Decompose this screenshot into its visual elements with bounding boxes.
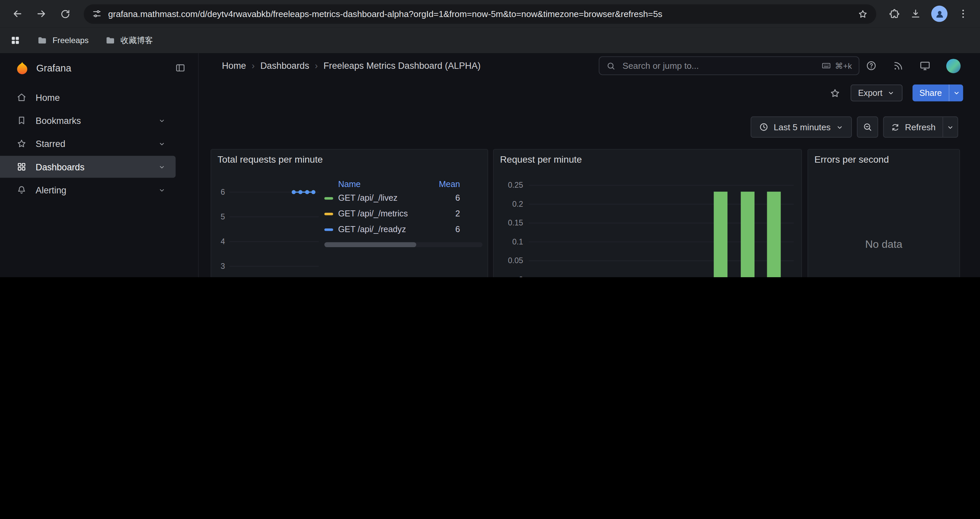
time-range-picker[interactable]: Last 5 minutes bbox=[751, 117, 852, 138]
sidebar-item-bookmarks[interactable]: Bookmarks bbox=[0, 110, 176, 132]
help-icon[interactable] bbox=[865, 60, 877, 72]
dashboard-toolbar: Export Share bbox=[829, 85, 963, 102]
bookmark-folder-freeleaps[interactable]: Freeleaps bbox=[37, 35, 89, 46]
legend-col-name[interactable]: Name bbox=[324, 179, 415, 189]
scrollbar-thumb[interactable] bbox=[324, 242, 416, 247]
reload-icon[interactable] bbox=[55, 4, 75, 24]
back-icon[interactable] bbox=[7, 4, 27, 24]
chevron-down-icon[interactable] bbox=[158, 116, 166, 125]
svg-text:0.2: 0.2 bbox=[512, 200, 523, 208]
legend-row[interactable]: GET /api/_/readyz6 bbox=[324, 222, 460, 237]
refresh-main[interactable]: Refresh bbox=[884, 117, 942, 137]
clock-icon bbox=[759, 122, 769, 132]
app-header: Home›Dashboards›Freeleaps Metrics Dashbo… bbox=[199, 53, 980, 78]
monitor-icon[interactable] bbox=[919, 60, 931, 72]
share-label[interactable]: Share bbox=[913, 85, 949, 102]
legend-scrollbar[interactable] bbox=[324, 242, 482, 247]
svg-text:4: 4 bbox=[221, 237, 225, 246]
bell-icon bbox=[16, 185, 27, 195]
series-name: GET /api/_/readyz bbox=[338, 225, 406, 234]
breadcrumb-item[interactable]: Freeleaps Metrics Dashboard (ALPHA) bbox=[323, 61, 480, 71]
series-value: 6 bbox=[420, 193, 460, 203]
requests-per-minute-chart[interactable]: 0.250.20.150.10.05017:37:0017:38:0017:39… bbox=[494, 150, 803, 277]
share-menu-chevron-icon[interactable] bbox=[949, 85, 963, 102]
svg-text:0.05: 0.05 bbox=[508, 256, 523, 265]
sidebar-item-starred[interactable]: Starred bbox=[0, 133, 176, 155]
time-controls: Last 5 minutes Refresh bbox=[751, 117, 958, 138]
keyboard-icon bbox=[821, 61, 831, 71]
search-input[interactable] bbox=[621, 60, 816, 72]
browser-profile-avatar[interactable] bbox=[931, 6, 948, 22]
sidebar-item-label: Starred bbox=[36, 139, 65, 149]
svg-text:0.25: 0.25 bbox=[508, 181, 523, 189]
series-name: GET /api/_/metrics bbox=[338, 209, 408, 219]
panel-title[interactable]: Request per minute bbox=[500, 154, 582, 164]
svg-text:3: 3 bbox=[221, 262, 225, 270]
extensions-icon[interactable] bbox=[889, 8, 900, 19]
sidebar: Grafana HomeBookmarksStarredDashboardsAl… bbox=[0, 53, 199, 277]
breadcrumb-separator: › bbox=[315, 61, 318, 71]
apps-grid-icon[interactable] bbox=[10, 35, 21, 46]
browser-toolbar: grafana.mathmast.com/d/deytv4rwavabkb/fr… bbox=[0, 0, 980, 27]
series-color-swatch bbox=[324, 228, 333, 230]
legend-header: NameMean bbox=[324, 178, 460, 190]
panel-errors-per-second: Errors per second No data bbox=[808, 149, 960, 277]
grafana-app: Grafana HomeBookmarksStarredDashboardsAl… bbox=[0, 53, 980, 277]
rss-icon[interactable] bbox=[892, 60, 904, 72]
search-shortcut: ⌘+k bbox=[821, 61, 852, 71]
panel-title[interactable]: Errors per second bbox=[814, 154, 889, 164]
legend-col-mean[interactable]: Mean bbox=[420, 179, 460, 189]
refresh-button[interactable]: Refresh bbox=[883, 117, 958, 138]
bookmark-star-icon[interactable] bbox=[858, 8, 868, 19]
site-settings-icon[interactable] bbox=[92, 9, 102, 19]
panel-requests-per-minute: Request per minute 0.250.20.150.10.05017… bbox=[493, 149, 802, 277]
svg-text:0: 0 bbox=[519, 275, 523, 277]
apps-icon bbox=[16, 161, 27, 172]
export-button[interactable]: Export bbox=[851, 85, 903, 102]
browser-menu-icon[interactable] bbox=[958, 8, 969, 19]
chevron-down-icon[interactable] bbox=[158, 186, 166, 194]
svg-text:0.1: 0.1 bbox=[512, 238, 523, 246]
sidebar-item-dashboards[interactable]: Dashboards bbox=[0, 156, 176, 178]
chevron-down-icon[interactable] bbox=[158, 139, 166, 148]
refresh-icon bbox=[891, 122, 900, 132]
sidebar-item-alerting[interactable]: Alerting bbox=[0, 179, 176, 201]
main-area: Home›Dashboards›Freeleaps Metrics Dashbo… bbox=[199, 53, 980, 277]
chevron-down-icon[interactable] bbox=[158, 162, 166, 171]
star-icon bbox=[16, 138, 27, 149]
grafana-logo[interactable] bbox=[15, 61, 29, 75]
sidebar-collapse-icon[interactable] bbox=[175, 62, 186, 73]
chevron-down-icon bbox=[835, 123, 843, 131]
url-bar[interactable]: grafana.mathmast.com/d/deytv4rwavabkb/fr… bbox=[84, 4, 876, 23]
favorite-star-icon[interactable] bbox=[829, 87, 841, 99]
sidebar-item-label: Alerting bbox=[36, 185, 66, 195]
user-avatar[interactable] bbox=[946, 58, 961, 73]
zoom-out-button[interactable] bbox=[857, 117, 878, 138]
dashboard-canvas: Export Share Last 5 minutes bbox=[199, 78, 980, 277]
refresh-interval-chevron-icon[interactable] bbox=[943, 117, 958, 137]
download-icon[interactable] bbox=[910, 8, 921, 19]
browser-actions bbox=[885, 6, 972, 22]
svg-text:5: 5 bbox=[221, 212, 225, 221]
bookmark-folder-blogs[interactable]: 收藏博客 bbox=[105, 35, 153, 46]
share-button[interactable]: Share bbox=[913, 85, 963, 102]
breadcrumb-separator: › bbox=[252, 61, 255, 71]
legend-row[interactable]: GET /api/_/metrics2 bbox=[324, 206, 460, 222]
forward-icon[interactable] bbox=[31, 4, 51, 24]
folder-icon bbox=[37, 35, 48, 46]
url-text[interactable]: grafana.mathmast.com/d/deytv4rwavabkb/fr… bbox=[108, 9, 851, 19]
sidebar-item-home[interactable]: Home bbox=[0, 86, 176, 109]
home-icon bbox=[16, 92, 27, 102]
bookmark-icon bbox=[16, 115, 27, 126]
breadcrumb-item[interactable]: Dashboards bbox=[260, 61, 309, 71]
search-box[interactable]: ⌘+k bbox=[599, 56, 859, 75]
series-value: 6 bbox=[420, 225, 460, 234]
legend-table: NameMeanGET /api/_/livez6GET /api/_/metr… bbox=[324, 178, 460, 237]
breadcrumb-item[interactable]: Home bbox=[222, 61, 246, 71]
svg-text:0.15: 0.15 bbox=[508, 219, 523, 227]
legend-row[interactable]: GET /api/_/livez6 bbox=[324, 190, 460, 206]
time-range-label: Last 5 minutes bbox=[773, 122, 830, 132]
sidebar-item-label: Dashboards bbox=[36, 162, 85, 172]
panel-title[interactable]: Total requests per minute bbox=[218, 154, 323, 164]
panel-body: No data bbox=[808, 150, 959, 277]
